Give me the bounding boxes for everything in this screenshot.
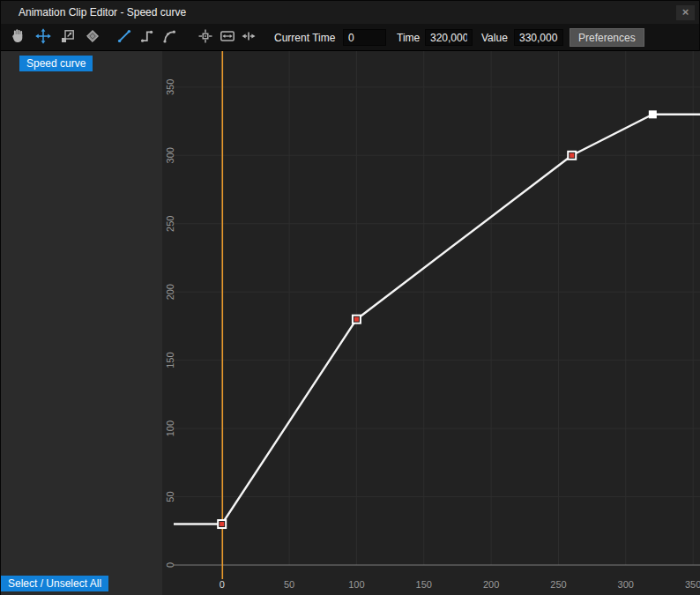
- curve-chip-speed-curve[interactable]: Speed curve: [19, 56, 93, 71]
- x-axis-tick-label: 0: [220, 579, 225, 590]
- focus-icon: [197, 28, 213, 48]
- curve-editor-canvas[interactable]: 0501001502002503003500501001502002503003…: [162, 51, 700, 595]
- x-axis-tick-label: 350: [685, 579, 700, 590]
- x-axis-tick-label: 150: [416, 579, 432, 590]
- speed-curve-chart[interactable]: 0501001502002503003500501001502002503003…: [162, 51, 700, 595]
- step-tool-button[interactable]: [138, 29, 156, 47]
- focus-tool-button[interactable]: [197, 29, 214, 47]
- linear-icon: [116, 28, 132, 48]
- frame-horizontal-icon: [220, 28, 235, 48]
- window-title: Animation Clip Editor - Speed curve: [19, 1, 186, 24]
- spline-icon: [161, 28, 177, 48]
- move-icon: [35, 28, 51, 48]
- y-axis-tick-label: 50: [165, 491, 175, 502]
- pan-tool-button[interactable]: [10, 29, 27, 47]
- move-tool-button[interactable]: [34, 29, 52, 47]
- x-axis-tick-label: 200: [483, 579, 499, 590]
- x-axis-tick-label: 50: [284, 579, 294, 590]
- frame-horizontal-tool-button[interactable]: [219, 29, 236, 47]
- expand-horizontal-tool-button[interactable]: [240, 29, 257, 47]
- keyframe-point-selected[interactable]: [649, 110, 657, 118]
- pan-icon: [11, 28, 26, 48]
- y-axis-tick-label: 350: [165, 79, 175, 95]
- keyframe-point-core: [354, 317, 359, 322]
- speed-curve-line[interactable]: [174, 115, 700, 524]
- keyframe-tool-button[interactable]: [84, 29, 101, 47]
- title-bar: Animation Clip Editor - Speed curve ×: [1, 1, 699, 24]
- y-axis-tick-label: 250: [165, 216, 175, 232]
- x-axis-tick-label: 300: [618, 579, 634, 590]
- keyframe-icon: [85, 28, 101, 48]
- value-label: Value: [481, 24, 508, 51]
- y-axis-tick-label: 200: [165, 284, 175, 300]
- scale-icon: [60, 28, 76, 48]
- current-time-label: Current Time: [274, 24, 335, 51]
- linear-tool-button[interactable]: [115, 29, 133, 47]
- value-input[interactable]: [514, 29, 563, 46]
- preferences-button[interactable]: Preferences: [570, 28, 644, 47]
- x-axis-tick-label: 100: [348, 579, 364, 590]
- step-icon: [139, 28, 155, 48]
- time-label: Time: [397, 24, 420, 51]
- expand-horizontal-icon: [241, 28, 257, 48]
- select-unselect-all-button[interactable]: Select / Unselect All: [1, 576, 108, 591]
- keyframe-point-core: [220, 522, 224, 526]
- x-axis-tick-label: 250: [550, 579, 566, 590]
- animation-clip-editor-window: Animation Clip Editor - Speed curve × Cu…: [0, 0, 700, 595]
- y-axis-tick-label: 300: [165, 147, 175, 163]
- toolbar: Current Time Time Value Preferences: [1, 24, 699, 51]
- keyframe-point-core: [570, 153, 574, 158]
- close-icon[interactable]: ×: [676, 5, 695, 20]
- y-axis-tick-label: 0: [165, 562, 175, 568]
- spline-tool-button[interactable]: [160, 29, 178, 47]
- curve-list-sidebar: Speed curve Select / Unselect All: [1, 51, 162, 595]
- y-axis-tick-label: 150: [165, 352, 175, 368]
- scale-tool-button[interactable]: [59, 29, 77, 47]
- current-time-input[interactable]: [343, 29, 386, 46]
- y-axis-tick-label: 100: [165, 420, 175, 436]
- time-input[interactable]: [425, 29, 473, 46]
